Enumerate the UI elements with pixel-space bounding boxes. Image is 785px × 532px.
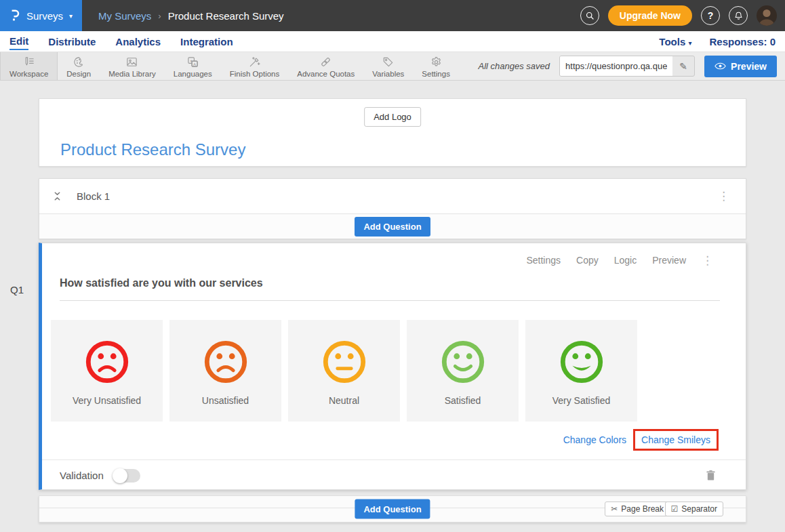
smiley-option-very-unsatisfied[interactable]: Very Unsatisfied bbox=[51, 320, 163, 422]
help-button[interactable]: ? bbox=[701, 6, 720, 25]
question-menu-dots-icon[interactable]: ⋮ bbox=[702, 255, 713, 266]
smiley-option-very-satisfied[interactable]: Very Satisfied bbox=[525, 320, 637, 422]
advance-quotas-link-icon bbox=[319, 56, 332, 69]
toolbar-item-label: Design bbox=[66, 70, 91, 78]
brand-label: Surveys bbox=[26, 10, 63, 22]
survey-title[interactable]: Product Research Survey bbox=[60, 140, 245, 159]
question-divider bbox=[60, 300, 720, 301]
survey-nav: EditDistributeAnalyticsIntegration Tools… bbox=[0, 31, 785, 52]
breadcrumb-current: Product Research Survey bbox=[168, 10, 284, 22]
toolbar-item-finish-options[interactable]: Finish Options bbox=[221, 52, 289, 80]
languages-icon: ✶A bbox=[186, 56, 199, 69]
finish-options-wand-icon bbox=[248, 56, 261, 69]
nav-right: Tools ▾ Responses: 0 bbox=[659, 36, 776, 47]
nav-tab-edit[interactable]: Edit bbox=[9, 33, 28, 50]
question-action-logic[interactable]: Logic bbox=[614, 255, 637, 266]
nav-tab-distribute[interactable]: Distribute bbox=[48, 33, 96, 49]
question-action-copy[interactable]: Copy bbox=[576, 255, 599, 266]
annotation-highlight-box: Change Smileys bbox=[633, 429, 719, 451]
question-action-preview[interactable]: Preview bbox=[652, 255, 686, 266]
top-app-bar: Surveys ▾ My Surveys › Product Research … bbox=[0, 0, 785, 31]
toolbar-item-media-library[interactable]: Media Library bbox=[100, 52, 165, 80]
change-smileys-link[interactable]: Change Smileys bbox=[641, 434, 710, 445]
toolbar-item-design[interactable]: Design bbox=[58, 52, 100, 80]
smiley-option-label: Satisfied bbox=[445, 395, 481, 406]
toolbar-item-advance-quotas[interactable]: Advance Quotas bbox=[288, 52, 363, 80]
breadcrumb-my-surveys[interactable]: My Surveys bbox=[98, 10, 151, 22]
chevron-down-icon: ▾ bbox=[688, 39, 691, 47]
nav-tabs: EditDistributeAnalyticsIntegration bbox=[9, 33, 253, 50]
collapse-block-icon[interactable] bbox=[54, 191, 61, 201]
responses-count[interactable]: Responses: 0 bbox=[709, 36, 776, 47]
nav-tab-analytics[interactable]: Analytics bbox=[115, 33, 161, 49]
separator-button[interactable]: ☑ Separator bbox=[665, 502, 723, 516]
toolbar-item-label: Finish Options bbox=[230, 70, 280, 78]
toolbar-item-languages[interactable]: ✶ALanguages bbox=[165, 52, 221, 80]
edit-url-pencil-icon[interactable]: ✎ bbox=[672, 61, 694, 72]
change-colors-link[interactable]: Change Colors bbox=[563, 434, 626, 445]
block-header-card: Block 1 ⋮ Add Question bbox=[39, 178, 746, 239]
toolbar-item-label: Advance Quotas bbox=[297, 70, 355, 78]
add-question-button-bottom[interactable]: Add Question bbox=[355, 499, 430, 519]
survey-title-card: Add Logo Product Research Survey bbox=[39, 98, 746, 167]
toolbar-item-workspace[interactable]: Workspace bbox=[0, 52, 58, 80]
user-avatar[interactable] bbox=[757, 5, 777, 26]
breadcrumb-separator-icon: › bbox=[158, 11, 161, 21]
smiley-unsatisfied-icon bbox=[202, 338, 249, 386]
block-1: Block 1 ⋮ Add Question SettingsCopyLogic… bbox=[39, 178, 746, 523]
block-title: Block 1 bbox=[77, 190, 110, 202]
toolbar-item-label: Languages bbox=[174, 70, 212, 78]
scissors-icon: ✂ bbox=[611, 505, 618, 513]
question-action-settings[interactable]: Settings bbox=[526, 255, 561, 266]
toolbar-item-label: Media Library bbox=[108, 70, 156, 78]
chevron-down-icon: ▾ bbox=[69, 12, 73, 20]
add-question-button-top[interactable]: Add Question bbox=[355, 217, 430, 237]
toolbar-item-label: Workspace bbox=[9, 70, 48, 78]
smiley-option-label: Very Satisfied bbox=[552, 395, 611, 406]
preview-button[interactable]: Preview bbox=[704, 56, 777, 77]
delete-question-trash-icon[interactable] bbox=[706, 470, 716, 481]
survey-url-input[interactable] bbox=[560, 56, 672, 76]
toolbar-right: All changes saved ✎ Preview bbox=[479, 52, 785, 80]
add-question-row-top: Add Question bbox=[39, 214, 746, 239]
search-icon bbox=[584, 10, 595, 21]
smiley-option-label: Unsatisfied bbox=[202, 395, 249, 406]
question-text[interactable]: How satisfied are you with our services bbox=[60, 277, 720, 292]
toolbar-item-label: Settings bbox=[422, 70, 450, 78]
smiley-option-neutral[interactable]: Neutral bbox=[288, 320, 400, 422]
validation-row: Validation bbox=[42, 459, 746, 491]
media-library-icon bbox=[125, 56, 138, 69]
toolbar-item-settings[interactable]: Settings bbox=[413, 52, 459, 80]
toolbar-item-variables[interactable]: Variables bbox=[363, 52, 413, 80]
add-logo-button[interactable]: Add Logo bbox=[364, 107, 421, 127]
design-palette-icon bbox=[73, 56, 85, 69]
smiley-option-label: Very Unsatisfied bbox=[73, 395, 141, 406]
smiley-very-unsatisfied-icon bbox=[83, 338, 131, 386]
smiley-options: Very UnsatisfiedUnsatisfiedNeutralSatisf… bbox=[51, 320, 746, 422]
question-actions-links: SettingsCopyLogicPreview bbox=[526, 255, 686, 266]
page-break-button[interactable]: ✂ Page Break bbox=[605, 502, 670, 516]
block-menu-dots-icon[interactable]: ⋮ bbox=[718, 190, 729, 202]
upgrade-now-button[interactable]: Upgrade Now bbox=[608, 5, 692, 26]
block-footer: Add Question ✂ Page Break ☑ Separator bbox=[39, 495, 746, 523]
toolbar-item-label: Variables bbox=[372, 70, 404, 78]
smiley-config-links: Change Colors Change Smileys bbox=[42, 428, 746, 451]
smiley-satisfied-icon bbox=[439, 338, 487, 386]
surveys-menu[interactable]: Surveys ▾ bbox=[0, 0, 82, 31]
bell-icon bbox=[733, 11, 744, 21]
tools-menu[interactable]: Tools ▾ bbox=[659, 36, 691, 47]
smiley-option-satisfied[interactable]: Satisfied bbox=[407, 320, 519, 422]
notifications-button[interactable] bbox=[729, 6, 748, 25]
block-header: Block 1 ⋮ bbox=[39, 179, 746, 214]
smiley-option-unsatisfied[interactable]: Unsatisfied bbox=[169, 320, 281, 422]
eye-icon bbox=[714, 62, 726, 70]
nav-tab-integration[interactable]: Integration bbox=[180, 33, 233, 49]
toolbar-items: WorkspaceDesignMedia Library✶ALanguagesF… bbox=[0, 52, 459, 80]
checkbox-icon: ☑ bbox=[671, 505, 679, 513]
workspace-icon bbox=[22, 56, 35, 69]
validation-toggle[interactable] bbox=[113, 469, 140, 483]
variables-tag-icon bbox=[382, 56, 395, 69]
search-button[interactable] bbox=[580, 6, 599, 25]
settings-gear-icon bbox=[430, 56, 443, 69]
breadcrumb: My Surveys › Product Research Survey bbox=[98, 10, 284, 22]
